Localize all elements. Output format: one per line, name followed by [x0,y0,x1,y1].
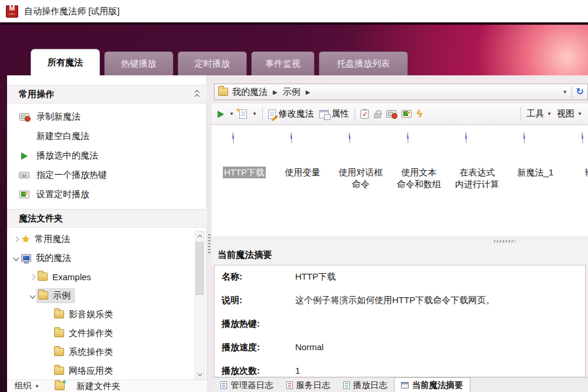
tab-scheduled-play[interactable]: 定时播放 [178,51,247,75]
op-label: 新建空白魔法 [36,131,89,142]
timer-play-button[interactable] [402,110,412,118]
scroll-up-button[interactable] [195,231,204,241]
tab-current-magic-summary[interactable]: 当前魔法摘要 [394,377,470,392]
op-assign-hotkey[interactable]: 指定一个播放热键 [7,165,195,185]
breadcrumb-item-my-magics[interactable]: 我的魔法 [232,87,268,98]
magic-label-line2: 内进行计算 [454,178,500,190]
summary-key: 播放热键: [222,318,295,330]
play-button[interactable] [218,111,224,118]
header-band: 所有魔法 热键播放 定时播放 事件监视 托盘播放列表 [0,22,588,75]
tree-item-sysops[interactable]: 系统操作类 [7,343,194,361]
op-label: 播放选中的魔法 [36,150,98,161]
breadcrumb: 我的魔法 ▶ 示例 ▶ ▼ ↻ [214,84,588,100]
collapse-section-icon[interactable] [195,91,199,98]
tab-manager-log[interactable]: 管理器日志 [214,378,280,392]
tree-item-media[interactable]: 影音娱乐类 [7,305,194,324]
magic-item-dialog-commands[interactable]: M 使用对话框 命令 [332,132,390,190]
chevron-right-icon[interactable] [28,275,36,279]
new-magic-button[interactable] [239,109,247,119]
folders-header: 魔法文件夹 [7,209,207,228]
tree-item-fileops[interactable]: 文件操作类 [7,324,194,343]
op-label: 设置定时播放 [36,189,89,200]
magic-item-http-download[interactable]: M HTTP下载 [215,132,273,178]
op-play-selected-magic[interactable]: 播放选中的魔法 [7,146,195,165]
magic-item-text-arrays[interactable]: M 使用文本 命令和数组 [390,132,448,190]
title-bar: Mııllı 自动操作魔法师 [试用版] [0,0,588,22]
op-set-scheduled-play[interactable]: 设置定时播放 [7,185,195,204]
op-record-new-magic[interactable]: 录制新魔法 [7,107,195,127]
op-new-blank-magic[interactable]: 新建空白魔法 [7,127,195,146]
summary-value: 这个例子将演示如何使用HTTP下载命令下载网页。 [295,295,495,306]
clipboard-check-button[interactable] [360,109,369,119]
magic-item-expression-calc[interactable]: M 在表达式 内进行计算 [448,132,506,190]
breadcrumb-arrow-icon[interactable]: ▶ [306,89,310,95]
summary-key: 播放次数: [222,366,295,377]
magic-file-icon: M [349,132,350,143]
main-tab-bar: 所有魔法 热键播放 定时播放 事件监视 托盘播放列表 [31,49,408,75]
summary-splitter[interactable] [212,237,588,245]
splitter-grip[interactable] [493,240,516,242]
folder-icon [54,367,64,375]
quick-run-button[interactable]: ϟ [417,109,422,119]
tab-tray-playlist[interactable]: 托盘播放列表 [319,51,408,75]
splitter-grip[interactable] [208,234,211,254]
log-document-icon [220,381,227,389]
chevron-right-icon[interactable] [12,237,20,241]
breadcrumb-item-shili[interactable]: 示例 [283,87,300,98]
summary-row-hotkey: 播放热键: [222,318,585,342]
magic-item-input[interactable]: M 输入 [564,132,588,178]
tab-play-log[interactable]: 播放日志 [337,378,394,392]
scroll-down-button[interactable] [195,370,204,379]
log-document-icon [286,381,293,389]
left-accent-strip [0,75,7,392]
lock-icon [374,113,381,118]
new-folder-button[interactable]: 新建文件夹 [76,381,121,392]
tab-service-log[interactable]: 服务日志 [280,378,337,392]
play-dropdown-icon[interactable]: ▼ [229,111,234,117]
tree-item-shili[interactable]: 示例 [7,286,194,305]
tree-item-examples[interactable]: Examples [7,267,194,286]
magic-file-icon: M [291,132,292,143]
magic-item-new-magic-1[interactable]: M 新魔法_1 [506,132,564,178]
lock-button[interactable] [374,109,381,118]
chevron-down-icon[interactable] [28,294,36,298]
edit-magic-button[interactable]: 修改魔法 [268,108,314,119]
refresh-icon[interactable]: ↻ [576,87,584,97]
computer-icon [21,254,31,262]
view-menu[interactable]: 视图▼ [557,108,582,119]
tab-all-magics[interactable]: 所有魔法 [31,49,100,75]
chevron-down-icon: ▼ [547,111,552,117]
magic-file-icon: M [524,132,525,143]
magic-item-use-variables[interactable]: M 使用变量 [273,132,332,178]
tree-scrollbar[interactable] [195,231,205,380]
properties-button[interactable]: 属性 [319,108,349,119]
magic-label: 新魔法_1 [516,167,555,178]
tools-menu[interactable]: 工具▼ [526,108,552,119]
organize-button[interactable]: 组织 [15,381,31,391]
breadcrumb-dropdown-icon[interactable]: ▼ [563,89,567,95]
tab-label: 热键播放 [121,58,156,69]
chevron-down-icon[interactable]: ▼ [35,384,39,389]
summary-row-description: 说明: 这个例子将演示如何使用HTTP下载命令下载网页。 [222,295,585,318]
breadcrumb-arrow-icon[interactable]: ▶ [273,89,278,95]
tree-item-favorites[interactable]: ★常用魔法 [7,230,194,248]
tab-event-monitor[interactable]: 事件监视 [251,51,315,75]
divider [355,107,355,121]
scrollbar-thumb[interactable] [196,242,203,295]
tab-label: 托盘播放列表 [337,58,390,69]
new-document-icon [239,109,247,119]
summary-panel: 名称: HTTP下载 说明: 这个例子将演示如何使用HTTP下载命令下载网页。 … [214,265,586,377]
chevron-down-icon[interactable] [12,256,20,260]
tab-hotkey-play[interactable]: 热键播放 [104,51,173,75]
selected-tree-item[interactable]: 示例 [36,288,75,303]
tree-item-my-magics[interactable]: 我的魔法 [7,248,194,267]
common-ops-list: 录制新魔法 新建空白魔法 播放选中的魔法 指定一个播放热键 设置定时播放 [7,107,195,204]
summary-row-speed: 播放速度: Normal [222,342,585,366]
star-icon: ★ [21,234,30,244]
record-hotkey-button[interactable] [386,110,396,118]
panel-splitter[interactable] [207,75,212,392]
tree-item-netapps[interactable]: 网络应用类 [7,361,194,380]
schedule-icon [402,110,412,118]
new-magic-dropdown-icon[interactable]: ▼ [252,111,257,117]
summary-header: 当前魔法摘要 [212,245,588,265]
